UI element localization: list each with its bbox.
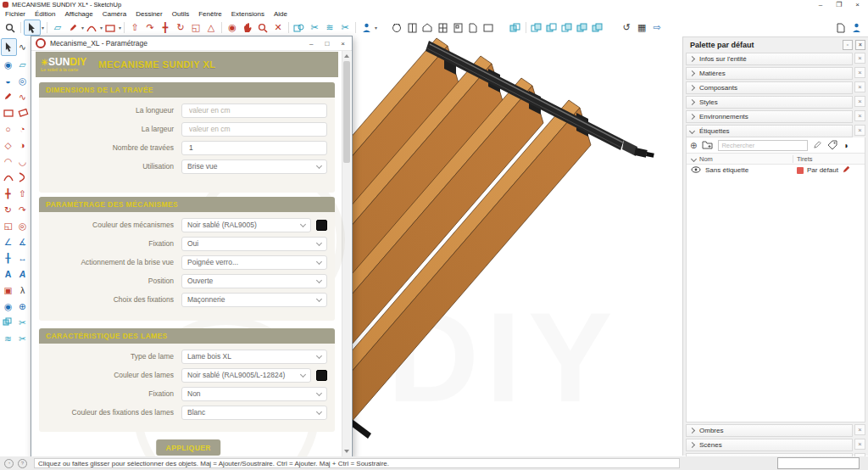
- add-tag-folder-icon[interactable]: [702, 137, 713, 153]
- sign-in-icon[interactable]: [359, 20, 374, 35]
- orbit-tool-icon[interactable]: ◉: [225, 20, 240, 35]
- tool-pie[interactable]: ◔: [15, 120, 30, 137]
- menu-fichier[interactable]: Fichier: [5, 10, 25, 18]
- tool-dimensions[interactable]: ↔: [15, 249, 30, 266]
- color-by-tag-icon[interactable]: ◑: [843, 141, 848, 150]
- pan-tool-icon[interactable]: [240, 20, 255, 35]
- followme-tool-icon[interactable]: ↷: [142, 20, 158, 35]
- tool-position-camera[interactable]: ⊕: [15, 298, 30, 314]
- window-minimize-button[interactable]: –: [819, 1, 822, 8]
- dialog-minimize-button[interactable]: –: [309, 40, 313, 48]
- menu-affichage[interactable]: Affichage: [64, 10, 92, 18]
- measurements-input[interactable]: [778, 463, 859, 470]
- select-tool-icon[interactable]: [24, 20, 41, 36]
- door-icon[interactable]: [404, 20, 420, 35]
- account-icon[interactable]: [849, 20, 864, 35]
- menu-extensions[interactable]: Extensions: [231, 10, 264, 18]
- scroll-up-icon[interactable]: [344, 54, 349, 58]
- undo-icon[interactable]: ↺: [619, 20, 634, 35]
- tool-polygon[interactable]: ◇: [1, 137, 15, 153]
- tool-pushpull[interactable]: ⇧: [15, 185, 30, 201]
- geolocation-icon[interactable]: ◔: [4, 459, 14, 468]
- rotate-tool-icon[interactable]: ↻: [173, 20, 188, 35]
- dialog-scrollbar[interactable]: [342, 51, 351, 456]
- tool-walk[interactable]: λ: [15, 282, 30, 298]
- line-tool-icon[interactable]: [65, 20, 81, 35]
- tool-arc3[interactable]: [1, 169, 15, 185]
- plan-icon[interactable]: [450, 20, 465, 35]
- couleur-mecanismes-select[interactable]: Noir sablé (RAL9005): [181, 218, 311, 232]
- menu-edition[interactable]: Édition: [35, 10, 55, 18]
- solid-subtract-icon[interactable]: [544, 20, 559, 35]
- zoom-tool-icon[interactable]: [255, 20, 270, 35]
- tool-offset[interactable]: ◎: [15, 72, 30, 88]
- split-tool-icon[interactable]: ✂: [307, 20, 322, 35]
- trim-tool-icon[interactable]: ✂: [337, 20, 353, 35]
- tool-rotate[interactable]: ↻: [1, 201, 15, 217]
- eraser-tool-icon[interactable]: ▱: [50, 20, 65, 35]
- help-icon[interactable]: ?: [18, 459, 27, 468]
- column-nom[interactable]: Nom: [699, 155, 793, 163]
- tray-close-icon[interactable]: ×: [855, 40, 865, 50]
- menu-outils[interactable]: Outils: [172, 10, 189, 18]
- scroll-down-icon[interactable]: [344, 450, 349, 453]
- arc-tool-icon[interactable]: [84, 20, 99, 35]
- move-tool-icon[interactable]: ╋: [158, 20, 173, 35]
- panel-materials[interactable]: Matières ×: [686, 67, 865, 80]
- export-icon[interactable]: ⇨: [649, 20, 665, 35]
- tool-freehand[interactable]: ∿: [15, 88, 30, 104]
- longueur-input[interactable]: [181, 104, 327, 118]
- fixation-select[interactable]: Oui: [181, 237, 327, 251]
- add-tag-icon[interactable]: ⊕: [690, 141, 697, 150]
- apply-button[interactable]: APPLIQUER: [156, 439, 220, 456]
- zoom-icon[interactable]: [3, 20, 18, 35]
- tool-axes[interactable]: ╂: [1, 249, 15, 266]
- panel-close-button[interactable]: ×: [854, 424, 865, 435]
- panel-close-button[interactable]: ×: [854, 53, 865, 64]
- frame-icon[interactable]: [481, 20, 496, 35]
- visibility-eye-icon[interactable]: [691, 166, 701, 175]
- column-tirets[interactable]: Tirets: [793, 155, 812, 163]
- tag-dashes-value[interactable]: Par défaut: [807, 166, 838, 174]
- largeur-input[interactable]: [181, 122, 327, 137]
- tool-section-plane[interactable]: ▣: [1, 282, 15, 298]
- panel-environments[interactable]: Environnements ×: [686, 110, 865, 123]
- tool-look-around[interactable]: ◉: [1, 298, 15, 314]
- tool-move[interactable]: ╋: [1, 185, 15, 201]
- tool-circle2[interactable]: ◑: [15, 137, 30, 153]
- tool-arc2[interactable]: ◡: [15, 153, 30, 169]
- menu-aide[interactable]: Aide: [274, 10, 287, 18]
- purge-pencil-icon[interactable]: [813, 137, 822, 153]
- house-icon[interactable]: [420, 20, 435, 35]
- zoom-extents-tool-icon[interactable]: ✕: [270, 20, 286, 35]
- tool-tape-measure[interactable]: ∠: [1, 233, 15, 249]
- type-lame-select[interactable]: Lame bois XL: [181, 350, 327, 364]
- dialog-close-button[interactable]: ×: [341, 40, 345, 48]
- couleur-lames-select[interactable]: Noir sablé (RAL9005/L-12824): [181, 368, 311, 383]
- tool-solid-trim[interactable]: ✂: [15, 314, 30, 330]
- solid-trim-icon[interactable]: [559, 20, 575, 35]
- measurements-box[interactable]: [777, 457, 860, 469]
- tool-offset2[interactable]: ◎: [15, 217, 30, 233]
- tool-text[interactable]: A: [1, 266, 15, 282]
- edit-pencil-icon[interactable]: [842, 165, 851, 176]
- panel-close-button[interactable]: ×: [854, 439, 865, 450]
- select-tool-caret[interactable]: ▾: [42, 25, 44, 31]
- tool-line[interactable]: [1, 88, 15, 104]
- window-restore-button[interactable]: ❐: [836, 1, 842, 8]
- scale-tool-icon[interactable]: ◱: [188, 20, 203, 35]
- component-tool-icon[interactable]: [292, 20, 307, 35]
- panel-tags[interactable]: Étiquettes ×: [686, 125, 865, 137]
- tool-scale[interactable]: ◱: [1, 217, 15, 233]
- tool-followme[interactable]: ↷: [15, 201, 30, 217]
- add-location-icon[interactable]: [389, 20, 404, 35]
- menu-fenetre[interactable]: Fenêtre: [198, 10, 222, 18]
- tool-paint-bucket[interactable]: ◒: [1, 72, 15, 88]
- panel-scenes[interactable]: Scènes ×: [686, 439, 865, 451]
- tag-label-icon[interactable]: [827, 137, 837, 153]
- generate-report-icon[interactable]: ▦: [634, 20, 649, 35]
- dialog-maximize-button[interactable]: □: [325, 40, 329, 48]
- sign-in-caret[interactable]: ▾: [375, 25, 377, 31]
- panel-entity-info[interactable]: Infos sur l'entité ×: [686, 53, 865, 65]
- page-icon[interactable]: [465, 20, 481, 35]
